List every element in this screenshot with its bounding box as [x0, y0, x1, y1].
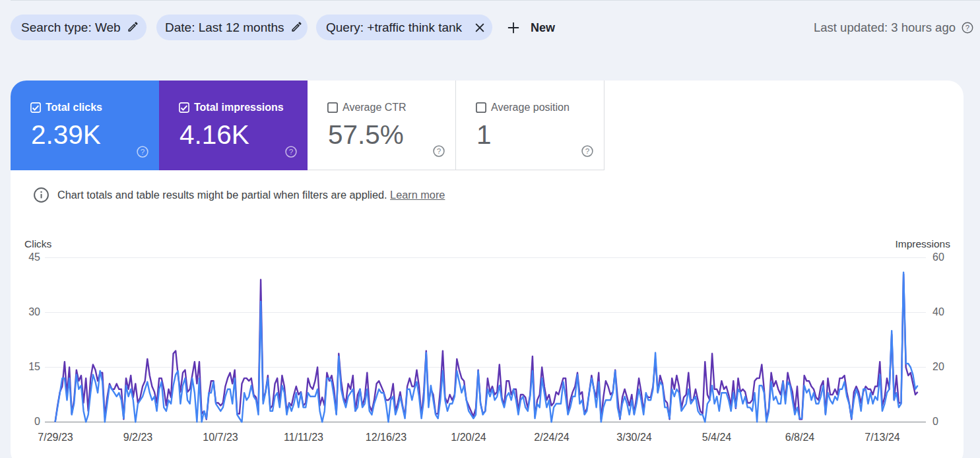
- svg-text:9/2/23: 9/2/23: [123, 432, 153, 443]
- svg-text:30: 30: [28, 306, 40, 317]
- svg-text:3/30/24: 3/30/24: [616, 432, 651, 443]
- svg-text:40: 40: [932, 306, 944, 317]
- svg-text:1/20/24: 1/20/24: [451, 432, 486, 443]
- svg-text:11/11/23: 11/11/23: [284, 432, 323, 443]
- svg-text:Impressions: Impressions: [895, 238, 950, 249]
- svg-text:20: 20: [932, 361, 944, 372]
- svg-text:0: 0: [34, 416, 40, 427]
- svg-text:60: 60: [932, 251, 944, 263]
- svg-text:Clicks: Clicks: [24, 238, 52, 249]
- svg-text:12/16/23: 12/16/23: [366, 432, 407, 443]
- svg-text:5/4/24: 5/4/24: [702, 432, 732, 443]
- svg-text:10/7/23: 10/7/23: [203, 432, 238, 443]
- svg-text:7/29/23: 7/29/23: [38, 432, 73, 443]
- svg-text:7/13/24: 7/13/24: [865, 432, 899, 443]
- svg-text:0: 0: [932, 416, 938, 427]
- svg-text:2/24/24: 2/24/24: [534, 432, 569, 443]
- svg-text:45: 45: [28, 251, 40, 263]
- svg-text:15: 15: [28, 361, 40, 372]
- svg-text:6/8/24: 6/8/24: [785, 432, 815, 443]
